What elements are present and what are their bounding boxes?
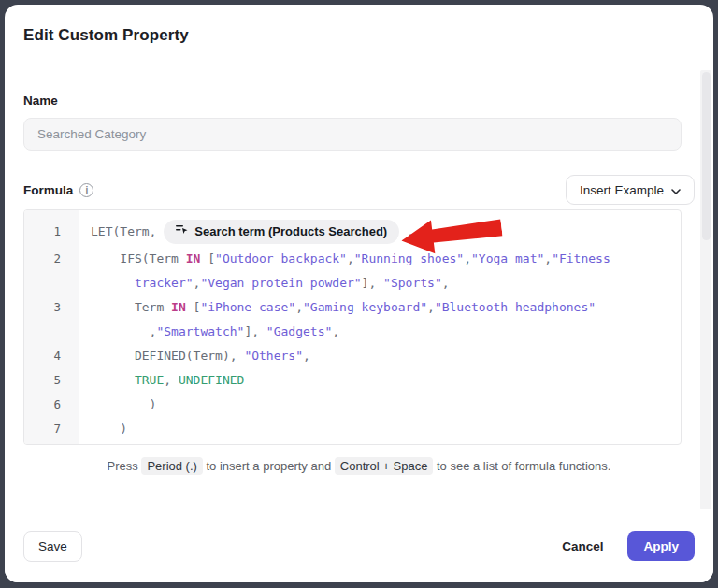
code-text: IFS(Term IN ["Outdoor backpack","Running… — [79, 247, 681, 295]
code-segment — [91, 276, 135, 290]
formula-header-row: Formula i Insert Example — [23, 175, 695, 205]
apply-button[interactable]: Apply — [627, 531, 695, 561]
code-segment: "Bluetooth headphones" — [435, 300, 596, 314]
footer-right-actions: Cancel Apply — [562, 531, 695, 561]
code-segment: , — [399, 224, 414, 238]
code-segment: , — [91, 324, 156, 338]
formula-label: Formula — [23, 183, 73, 197]
chevron-down-icon — [671, 183, 681, 197]
info-icon[interactable]: i — [79, 183, 93, 197]
line-number: 2 — [24, 247, 79, 295]
code-text: ) — [79, 417, 681, 441]
kbd-shortcut: Period (.) — [141, 457, 202, 475]
property-pill[interactable]: Search term (Products Searched) — [164, 220, 399, 244]
filter-property-icon — [176, 220, 188, 244]
code-text: Term IN ["iPhone case","Gaming keyboard"… — [79, 295, 681, 344]
code-line: 7 ) — [24, 417, 681, 441]
code-segment: ], — [244, 324, 266, 338]
name-input[interactable] — [23, 118, 682, 151]
code-segment: ) — [91, 422, 127, 436]
line-number: 5 — [24, 368, 79, 393]
formula-label-wrap: Formula i — [23, 183, 93, 197]
code-segment: , — [544, 251, 552, 265]
formula-code-area: 1LET(Term, Search term (Products Searche… — [24, 210, 681, 445]
code-segment: "Gaming keyboard" — [303, 300, 427, 314]
code-segment: , — [295, 300, 303, 314]
name-label: Name — [23, 93, 695, 108]
line-number: 4 — [24, 344, 79, 368]
code-segment: DEFINED(Term), — [91, 349, 244, 363]
code-segment: "Fitness — [552, 251, 610, 265]
modal-scrollbar[interactable] — [700, 70, 711, 509]
code-segment: UNDEFINED — [179, 373, 244, 387]
modal-title: Edit Custom Property — [23, 26, 695, 45]
code-segment: , — [464, 251, 471, 265]
code-text: LET(Term, Search term (Products Searched… — [79, 217, 681, 247]
line-number: 7 — [24, 417, 79, 441]
code-segment: "Smartwatch" — [156, 324, 244, 338]
code-segment: "Others" — [244, 349, 303, 363]
code-segment: TRUE — [135, 373, 164, 387]
code-segment: "Sports" — [383, 276, 442, 290]
edit-custom-property-modal: Edit Custom Property Name Formula i Inse… — [5, 5, 713, 582]
code-line: 6 ) — [24, 393, 681, 417]
code-segment: , — [332, 324, 339, 338]
hint-text: to insert a property and — [203, 459, 335, 473]
code-segment: "Outdoor backpack" — [215, 251, 347, 265]
code-segment: LET(Term, — [91, 224, 164, 238]
code-segment: , — [303, 349, 310, 363]
code-segment: ) — [91, 397, 156, 411]
modal-content: Edit Custom Property Name Formula i Inse… — [5, 5, 713, 509]
insert-example-button[interactable]: Insert Example — [566, 175, 695, 205]
code-segment: "iPhone case" — [200, 300, 295, 314]
code-segment: , — [427, 300, 435, 314]
code-segment: IFS(Term — [91, 251, 186, 265]
code-text: TRUE, UNDEFINED — [79, 368, 681, 393]
code-line: 4 DEFINED(Term), "Others", — [24, 344, 681, 368]
code-segment: IN — [186, 251, 201, 265]
code-segment: tracker" — [135, 276, 194, 290]
line-number: 1 — [24, 217, 79, 247]
code-line: 2 IFS(Term IN ["Outdoor backpack","Runni… — [24, 247, 681, 295]
code-segment — [91, 373, 135, 387]
line-number: 3 — [24, 295, 79, 344]
modal-footer: Save Cancel Apply — [5, 509, 713, 582]
code-line: 1LET(Term, Search term (Products Searche… — [24, 217, 681, 247]
code-segment: "Yoga mat" — [471, 251, 544, 265]
line-number: 6 — [24, 393, 79, 417]
code-segment: , — [347, 251, 354, 265]
property-pill-label: Search term (Products Searched) — [194, 220, 387, 244]
code-segment: IN — [171, 300, 186, 314]
code-segment: , — [164, 373, 179, 387]
code-text: DEFINED(Term), "Others", — [79, 344, 681, 368]
code-line: 5 TRUE, UNDEFINED — [24, 368, 681, 393]
insert-example-label: Insert Example — [580, 183, 664, 197]
save-button[interactable]: Save — [23, 531, 82, 562]
cancel-button[interactable]: Cancel — [562, 539, 603, 553]
hint-text: to see a list of formula functions. — [433, 459, 610, 473]
code-segment: [ — [186, 300, 201, 314]
code-text: ) — [79, 393, 681, 417]
code-segment: , — [442, 276, 450, 290]
dark-backdrop: Edit Custom Property Name Formula i Inse… — [0, 0, 718, 588]
code-segment: "Gadgets" — [266, 324, 332, 338]
code-segment: "Running shoes" — [354, 251, 464, 265]
formula-editor[interactable]: 1LET(Term, Search term (Products Searche… — [23, 209, 682, 445]
code-segment: "Vegan protein powder" — [200, 276, 361, 290]
formula-hint: Press Period (.) to insert a property an… — [23, 459, 695, 473]
hint-text: Press — [108, 459, 142, 473]
scrollbar-thumb[interactable] — [702, 72, 711, 240]
code-line: 3 Term IN ["iPhone case","Gaming keyboar… — [24, 295, 681, 344]
code-segment: Term — [91, 300, 171, 314]
code-segment: ], — [362, 276, 383, 290]
kbd-shortcut: Control + Space — [335, 457, 434, 475]
code-segment: [ — [200, 251, 215, 265]
